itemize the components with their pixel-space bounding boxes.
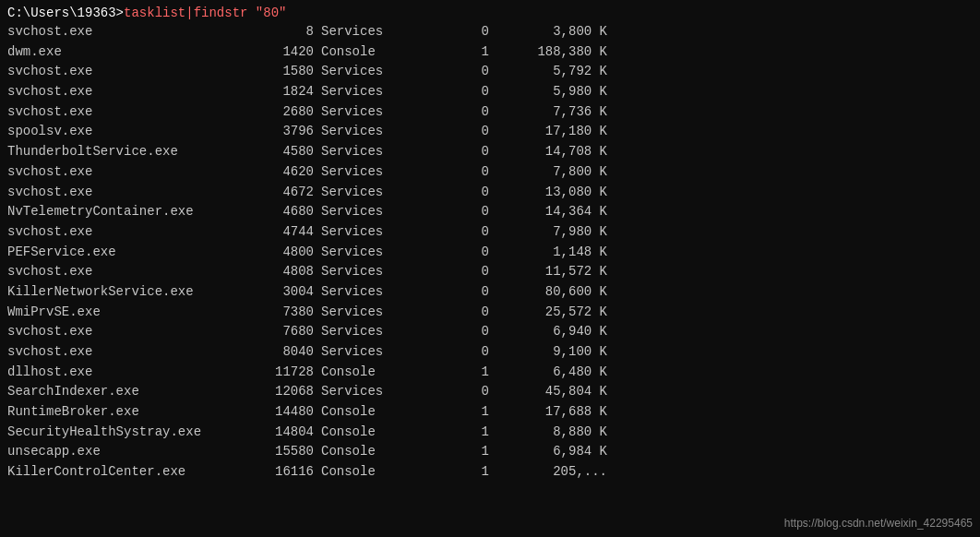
table-row: svchost.exe 8040 Services 0 9,100 K bbox=[7, 342, 973, 363]
process-session-num: 0 bbox=[423, 243, 496, 263]
table-row: svchost.exe 7680 Services 0 6,940 K bbox=[7, 322, 973, 342]
process-memory: 7,800 K bbox=[496, 162, 607, 183]
process-memory: 6,984 K bbox=[496, 442, 607, 462]
process-session: Console bbox=[321, 423, 423, 443]
process-pid: 4744 bbox=[247, 222, 321, 243]
table-row: svchost.exe 4672 Services 0 13,080 K bbox=[7, 183, 973, 203]
process-session-num: 0 bbox=[423, 62, 496, 82]
process-session: Services bbox=[321, 303, 423, 323]
process-session-num: 1 bbox=[423, 402, 496, 423]
process-memory: 5,792 K bbox=[496, 62, 607, 82]
process-session-num: 1 bbox=[423, 423, 496, 443]
process-pid: 4808 bbox=[247, 262, 321, 282]
process-memory: 7,736 K bbox=[496, 102, 607, 123]
table-row: svchost.exe 4744 Services 0 7,980 K bbox=[7, 222, 973, 243]
process-session: Console bbox=[321, 402, 423, 423]
process-pid: 11728 bbox=[247, 363, 321, 383]
process-name: svchost.exe bbox=[7, 102, 247, 123]
process-name: svchost.exe bbox=[7, 22, 247, 42]
process-session-num: 0 bbox=[423, 382, 496, 402]
process-session: Services bbox=[321, 342, 423, 363]
process-pid: 1420 bbox=[247, 42, 321, 63]
process-session-num: 0 bbox=[423, 222, 496, 243]
process-memory: 13,080 K bbox=[496, 183, 607, 203]
process-name: SecurityHealthSystray.exe bbox=[7, 423, 247, 443]
process-pid: 3004 bbox=[247, 282, 321, 303]
process-name: KillerNetworkService.exe bbox=[7, 282, 247, 303]
process-session: Services bbox=[321, 382, 423, 402]
process-memory: 11,572 K bbox=[496, 262, 607, 282]
process-pid: 14804 bbox=[247, 423, 321, 443]
process-memory: 45,804 K bbox=[496, 382, 607, 402]
process-session: Services bbox=[321, 202, 423, 222]
process-name: svchost.exe bbox=[7, 342, 247, 363]
process-session-num: 0 bbox=[423, 102, 496, 123]
command-line: C:\Users\19363>tasklist|findstr "80" bbox=[7, 6, 973, 20]
table-row: svchost.exe 4620 Services 0 7,800 K bbox=[7, 162, 973, 183]
process-session: Services bbox=[321, 322, 423, 342]
table-row: RuntimeBroker.exe 14480 Console 1 17,688… bbox=[7, 402, 973, 423]
process-session-num: 1 bbox=[423, 42, 496, 63]
process-pid: 8 bbox=[247, 22, 321, 42]
process-memory: 205,... bbox=[496, 462, 607, 483]
process-pid: 2680 bbox=[247, 102, 321, 123]
process-session-num: 0 bbox=[423, 303, 496, 323]
process-session: Services bbox=[321, 142, 423, 162]
terminal-window: C:\Users\19363>tasklist|findstr "80" svc… bbox=[7, 6, 973, 483]
process-pid: 4672 bbox=[247, 183, 321, 203]
watermark: https://blog.csdn.net/weixin_42295465 bbox=[784, 517, 973, 530]
process-name: svchost.exe bbox=[7, 62, 247, 82]
process-name: unsecapp.exe bbox=[7, 442, 247, 462]
process-memory: 17,180 K bbox=[496, 122, 607, 142]
process-session-num: 0 bbox=[423, 82, 496, 102]
table-row: KillerControlCenter.exe 16116 Console 1 … bbox=[7, 462, 973, 483]
process-session: Services bbox=[321, 282, 423, 303]
process-pid: 12068 bbox=[247, 382, 321, 402]
prompt: C:\Users\19363> bbox=[7, 6, 124, 20]
table-row: WmiPrvSE.exe 7380 Services 0 25,572 K bbox=[7, 303, 973, 323]
process-session-num: 0 bbox=[423, 262, 496, 282]
process-memory: 6,940 K bbox=[496, 322, 607, 342]
process-session-num: 0 bbox=[423, 342, 496, 363]
process-memory: 3,800 K bbox=[496, 22, 607, 42]
process-memory: 7,980 K bbox=[496, 222, 607, 243]
process-pid: 7680 bbox=[247, 322, 321, 342]
process-memory: 14,708 K bbox=[496, 142, 607, 162]
process-session: Services bbox=[321, 122, 423, 142]
process-session-num: 0 bbox=[423, 282, 496, 303]
process-name: PEFService.exe bbox=[7, 243, 247, 263]
process-name: NvTelemetryContainer.exe bbox=[7, 202, 247, 222]
process-pid: 1580 bbox=[247, 62, 321, 82]
process-name: SearchIndexer.exe bbox=[7, 382, 247, 402]
table-row: NvTelemetryContainer.exe 4680 Services 0… bbox=[7, 202, 973, 222]
process-session: Services bbox=[321, 102, 423, 123]
process-pid: 8040 bbox=[247, 342, 321, 363]
command: tasklist|findstr "80" bbox=[124, 6, 286, 20]
process-memory: 1,148 K bbox=[496, 243, 607, 263]
table-row: dwm.exe 1420 Console 1 188,380 K bbox=[7, 42, 973, 63]
process-name: spoolsv.exe bbox=[7, 122, 247, 142]
process-session: Services bbox=[321, 262, 423, 282]
process-pid: 4680 bbox=[247, 202, 321, 222]
process-memory: 9,100 K bbox=[496, 342, 607, 363]
process-memory: 17,688 K bbox=[496, 402, 607, 423]
process-session: Services bbox=[321, 222, 423, 243]
process-name: ThunderboltService.exe bbox=[7, 142, 247, 162]
process-session: Services bbox=[321, 162, 423, 183]
process-session-num: 0 bbox=[423, 162, 496, 183]
process-memory: 6,480 K bbox=[496, 363, 607, 383]
table-row: spoolsv.exe 3796 Services 0 17,180 K bbox=[7, 122, 973, 142]
process-name: svchost.exe bbox=[7, 262, 247, 282]
process-session-num: 1 bbox=[423, 363, 496, 383]
process-memory: 5,980 K bbox=[496, 82, 607, 102]
table-row: svchost.exe 2680 Services 0 7,736 K bbox=[7, 102, 973, 123]
process-session: Services bbox=[321, 22, 423, 42]
process-pid: 15580 bbox=[247, 442, 321, 462]
process-session-num: 0 bbox=[423, 322, 496, 342]
process-name: dllhost.exe bbox=[7, 363, 247, 383]
process-pid: 14480 bbox=[247, 402, 321, 423]
process-pid: 4800 bbox=[247, 243, 321, 263]
table-row: unsecapp.exe 15580 Console 1 6,984 K bbox=[7, 442, 973, 462]
process-session: Services bbox=[321, 82, 423, 102]
process-session-num: 0 bbox=[423, 142, 496, 162]
